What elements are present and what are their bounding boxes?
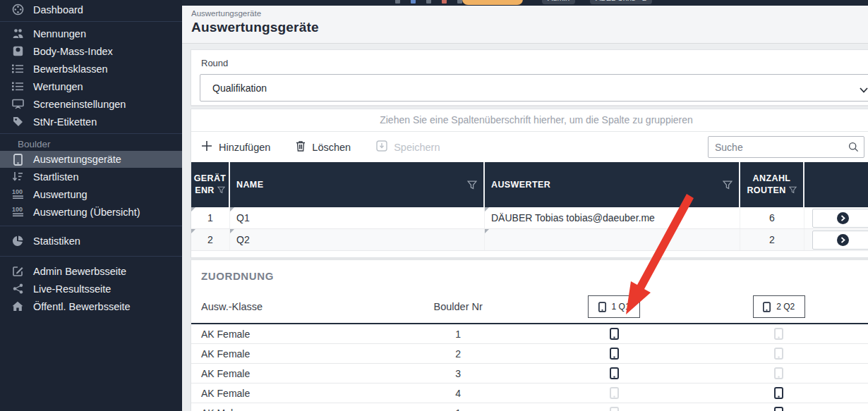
list-icon bbox=[11, 82, 25, 91]
save-button[interactable]: Speichern bbox=[376, 140, 440, 154]
open-device-button[interactable] bbox=[812, 209, 868, 228]
sidebar-item-auswertung[interactable]: 100 Auswertung bbox=[0, 185, 182, 203]
sidebar-item-body-mass-index[interactable]: Body-Mass-Index bbox=[0, 42, 182, 60]
cell-actions bbox=[804, 229, 868, 250]
home-icon bbox=[11, 301, 25, 312]
topbar-icon[interactable] bbox=[426, 0, 431, 4]
search-input[interactable] bbox=[709, 142, 848, 153]
add-button[interactable]: Hinzufügen bbox=[201, 140, 270, 154]
sidebar-item-screeneinstellungen[interactable]: Screeneinstellungen bbox=[0, 95, 182, 113]
cell-auswerter[interactable]: DÄUBER Tobias tobias@daeuber.me bbox=[485, 207, 740, 228]
screen-icon bbox=[11, 99, 25, 109]
delete-button[interactable]: Löschen bbox=[296, 140, 351, 154]
column-label: ANZAHL bbox=[753, 173, 791, 185]
sidebar-item-nennungen[interactable]: Nennungen bbox=[0, 25, 182, 42]
cell-routen[interactable]: 2 bbox=[740, 229, 804, 250]
assign-q1-toggle[interactable] bbox=[610, 328, 619, 340]
open-device-button[interactable] bbox=[812, 231, 868, 250]
sidebar-item-bewerbsklassen[interactable]: Bewerbsklassen bbox=[0, 60, 182, 78]
device-row[interactable]: 2 Q2 2 bbox=[191, 229, 868, 251]
arrow-right-circle-icon bbox=[837, 234, 849, 246]
topbar-icon[interactable] bbox=[411, 0, 416, 4]
sidebar-item-label: Auswertungsgeräte bbox=[33, 154, 121, 165]
group-panel-hint[interactable]: Ziehen Sie eine Spaltenüberschrift hierh… bbox=[191, 109, 868, 132]
assign-q1-toggle[interactable] bbox=[610, 407, 619, 411]
zuordnung-title: ZUORDNUNG bbox=[191, 270, 868, 282]
devices-grid-card: Ziehen Sie eine Spaltenüberschrift hierh… bbox=[191, 109, 868, 258]
page-header: Auswertungsgeräte Auswertungsgeräte bbox=[182, 6, 868, 44]
trash-icon bbox=[296, 140, 306, 154]
numeric-sort-icon: 100 bbox=[11, 207, 25, 217]
sidebar-divider bbox=[0, 256, 182, 257]
user-badge[interactable]: ABEL Chris +2 bbox=[590, 0, 652, 4]
sidebar-item-label: Screeneinstellungen bbox=[33, 99, 126, 110]
topbar-icon[interactable] bbox=[442, 0, 447, 4]
cell-auswerter[interactable] bbox=[485, 229, 740, 250]
sidebar-item-startlisten[interactable]: Startlisten bbox=[0, 168, 182, 185]
main-content: Auswertungsgeräte Auswertungsgeräte Roun… bbox=[182, 6, 868, 411]
zuordnung-col-klasse: Ausw.-Klasse bbox=[191, 301, 365, 312]
sidebar-item-auswertungsgeraete[interactable]: Auswertungsgeräte bbox=[0, 151, 182, 168]
cell-boulder-nr: 4 bbox=[365, 388, 552, 399]
topbar-action-button[interactable] bbox=[462, 0, 523, 5]
sidebar-item-wertungen[interactable]: Wertungen bbox=[0, 78, 182, 95]
pie-chart-icon bbox=[11, 235, 25, 247]
dashboard-icon bbox=[11, 4, 25, 16]
filter-icon[interactable] bbox=[723, 180, 733, 190]
breadcrumb[interactable]: Auswertungsgeräte bbox=[191, 9, 868, 18]
sidebar-item-label: Wertungen bbox=[33, 81, 83, 92]
cell-enr[interactable]: 2 bbox=[191, 229, 230, 250]
column-label: ROUTEN bbox=[747, 185, 796, 197]
topbar-icon[interactable] bbox=[395, 0, 400, 4]
round-card: Round Qualifikation bbox=[191, 49, 868, 106]
cell-name[interactable]: Q1 bbox=[230, 207, 485, 228]
search-icon bbox=[848, 142, 859, 152]
sidebar-item-oeffentl-bewerbsseite[interactable]: Öffentl. Bewerbsseite bbox=[0, 297, 182, 315]
sidebar-section-boulder: Boulder bbox=[0, 137, 182, 151]
assign-q2-toggle[interactable] bbox=[774, 367, 783, 379]
device-q2-button[interactable]: 2 Q2 bbox=[753, 295, 805, 318]
column-header-anzahl-routen[interactable]: ANZAHL ROUTEN bbox=[740, 162, 804, 207]
assign-q2-toggle[interactable] bbox=[774, 387, 783, 399]
round-select[interactable]: Qualifikation bbox=[200, 74, 868, 102]
cell-klasse: AK Female bbox=[191, 348, 365, 360]
cell-klasse: AK Female bbox=[191, 388, 365, 399]
delete-button-label: Löschen bbox=[312, 142, 351, 153]
sidebar-item-label: StNr-Etiketten bbox=[33, 116, 97, 128]
sidebar-item-label: Body-Mass-Index bbox=[33, 46, 113, 57]
device-q1-button[interactable]: 1 Q1 bbox=[588, 295, 640, 318]
sidebar-item-live-resultsseite[interactable]: Live-Resultsseite bbox=[0, 280, 182, 297]
cell-enr[interactable]: 1 bbox=[191, 207, 230, 228]
cell-routen[interactable]: 6 bbox=[740, 207, 804, 228]
column-header-auswerter[interactable]: AUSWERTER bbox=[485, 162, 740, 207]
cell-actions bbox=[804, 207, 868, 228]
column-header-name[interactable]: NAME bbox=[230, 162, 485, 207]
sidebar-item-auswertung-uebersicht[interactable]: 100 Auswertung (Übersicht) bbox=[0, 203, 182, 221]
assignment-row: AK Female 2 bbox=[191, 344, 868, 364]
column-label: ENR bbox=[195, 185, 225, 197]
cell-name[interactable]: Q2 bbox=[230, 229, 485, 250]
filter-icon[interactable] bbox=[217, 186, 225, 194]
assign-q1-toggle[interactable] bbox=[610, 348, 619, 360]
admin-badge[interactable]: Admin bbox=[542, 0, 575, 4]
svg-text:100: 100 bbox=[12, 207, 23, 213]
column-header-geraet-enr[interactable]: GERÄT ENR bbox=[191, 162, 230, 207]
sidebar-item-statistiken[interactable]: Statistiken bbox=[0, 231, 182, 251]
assign-q2-toggle[interactable] bbox=[774, 328, 783, 340]
assign-q1-toggle[interactable] bbox=[610, 387, 619, 399]
save-button-label: Speichern bbox=[394, 142, 440, 153]
assign-q1-toggle[interactable] bbox=[610, 367, 619, 379]
assign-q2-toggle[interactable] bbox=[774, 348, 783, 360]
sidebar-item-dashboard[interactable]: Dashboard bbox=[0, 1, 182, 18]
sidebar-item-stnr-etiketten[interactable]: StNr-Etiketten bbox=[0, 113, 182, 130]
sidebar-divider bbox=[0, 133, 182, 134]
device-row[interactable]: 1 Q1 DÄUBER Tobias tobias@daeuber.me 6 bbox=[191, 207, 868, 229]
sort-icon bbox=[11, 171, 25, 182]
assign-q2-toggle[interactable] bbox=[774, 407, 783, 411]
topbar-icon[interactable] bbox=[457, 0, 462, 4]
filter-icon[interactable] bbox=[789, 186, 797, 194]
sidebar-item-label: Admin Bewerbsseite bbox=[33, 266, 126, 277]
filter-icon[interactable] bbox=[467, 180, 477, 190]
edit-icon bbox=[11, 266, 25, 276]
sidebar-item-admin-bewerbsseite[interactable]: Admin Bewerbsseite bbox=[0, 262, 182, 280]
